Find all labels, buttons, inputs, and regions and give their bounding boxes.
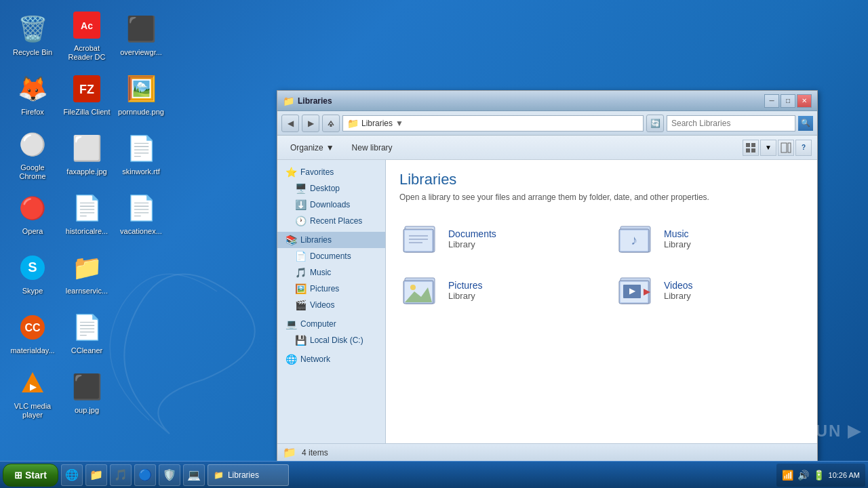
desktop-icon-opera[interactable]: 🔴 Opera bbox=[5, 184, 60, 244]
sidebar-item-computer[interactable]: 💻 Computer bbox=[277, 316, 385, 332]
desktop-icon-learnservic[interactable]: 📁 learnservic... bbox=[60, 244, 114, 304]
desktop-icon-firefox[interactable]: 🦊 Firefox bbox=[5, 65, 60, 125]
sidebar-item-favorites[interactable]: ⭐ Favorites bbox=[277, 164, 385, 180]
search-input[interactable] bbox=[671, 119, 791, 128]
start-orb: ⊞ bbox=[14, 470, 22, 481]
taskbar-shield-button[interactable]: 🛡️ bbox=[159, 464, 180, 486]
refresh-button[interactable]: 🔄 bbox=[646, 115, 664, 132]
firefox-label: Firefox bbox=[21, 108, 44, 117]
address-path[interactable]: 📁 Libraries ▼ bbox=[342, 115, 644, 131]
taskbar-media-button[interactable]: 🎵 bbox=[110, 464, 132, 486]
taskbar-ie-button[interactable]: 🌐 bbox=[61, 464, 83, 486]
taskbar-explorer-button[interactable]: 📁 bbox=[85, 464, 107, 486]
acrobat-label: Acrobat Reader DC bbox=[62, 44, 111, 62]
desktop-icon-faxapple[interactable]: ⬜ faxapple.jpg bbox=[60, 125, 114, 184]
sidebar-item-network[interactable]: 🌐 Network bbox=[277, 351, 385, 367]
music-nav-icon: 🎵 bbox=[295, 267, 307, 278]
change-view-button[interactable] bbox=[743, 140, 759, 156]
svg-rect-13 bbox=[746, 148, 750, 152]
status-folder-icon: 📁 bbox=[283, 446, 296, 459]
acrobat-icon: Ac bbox=[71, 9, 103, 41]
new-library-button[interactable]: New library bbox=[344, 138, 400, 157]
sidebar: ⭐ Favorites 🖥️ Desktop ⬇️ Downloads 🕐 Re… bbox=[277, 160, 386, 443]
vacationex-icon: 📄 bbox=[125, 192, 157, 224]
taskbar-computer-button[interactable]: 💻 bbox=[183, 464, 205, 486]
help-icon: ? bbox=[802, 144, 806, 151]
recycle-bin-icon: 🗑️ bbox=[16, 13, 49, 45]
desktop-icon-skinwork[interactable]: 📄 skinwork.rtf bbox=[114, 125, 168, 184]
svg-rect-20 bbox=[405, 230, 432, 251]
computer-nav-label: Computer bbox=[300, 319, 336, 329]
sidebar-item-pictures[interactable]: 🖼️ Pictures bbox=[277, 281, 385, 297]
tray-battery-icon: 🔋 bbox=[813, 470, 825, 481]
tray-network-icon: 📶 bbox=[782, 470, 793, 481]
sidebar-item-videos[interactable]: 🎬 Videos bbox=[277, 297, 385, 313]
desktop-icon-historicalre[interactable]: 📄 historicalre... bbox=[60, 184, 114, 244]
title-bar[interactable]: 📁 Libraries ─ □ ✕ bbox=[277, 91, 817, 111]
desktop-icon-recycle-bin[interactable]: 🗑️ Recycle Bin bbox=[5, 5, 60, 65]
address-folder-icon: 📁 bbox=[347, 118, 359, 129]
desktop-icon-filezilla[interactable]: FZ FileZilla Client bbox=[60, 65, 114, 125]
title-bar-buttons: ─ □ ✕ bbox=[764, 94, 812, 108]
back-button[interactable]: ◀ bbox=[281, 115, 299, 132]
search-button[interactable]: 🔍 bbox=[798, 116, 813, 131]
desktop-icon-pornnude[interactable]: 🖼️ pornnude.png bbox=[114, 65, 168, 125]
skype-icon: S bbox=[16, 251, 49, 284]
pictures-nav-icon: 🖼️ bbox=[295, 283, 307, 294]
documents-lib-name: Documents bbox=[448, 228, 496, 239]
desktop-icon-vacationex[interactable]: 📄 vacationex... bbox=[114, 184, 168, 244]
sidebar-item-recent-places[interactable]: 🕐 Recent Places bbox=[277, 213, 385, 229]
svg-text:Ac: Ac bbox=[81, 20, 93, 31]
forward-button[interactable]: ▶ bbox=[302, 115, 319, 132]
sidebar-item-desktop[interactable]: 🖥️ Desktop bbox=[277, 180, 385, 197]
desktop-icon-ccleaner[interactable]: CC materialday... bbox=[5, 304, 60, 363]
help-button[interactable]: ? bbox=[795, 140, 812, 156]
network-nav-icon: 🌐 bbox=[285, 354, 297, 365]
videos-nav-icon: 🎬 bbox=[295, 300, 307, 310]
desktop-icon-overview[interactable]: ⬛ overviewgr... bbox=[114, 5, 168, 65]
desktop-icon-acrobat[interactable]: Ac Acrobat Reader DC bbox=[60, 5, 114, 65]
learnservic-label: learnservic... bbox=[66, 287, 108, 296]
sidebar-libraries-section: 📚 Libraries 📄 Documents 🎵 Music 🖼️ Pictu… bbox=[277, 232, 385, 313]
desktop-icon-skype[interactable]: S Skype bbox=[5, 244, 60, 304]
recent-places-label: Recent Places bbox=[310, 216, 362, 226]
music-library-icon: ♪ bbox=[618, 221, 656, 256]
tray-volume-icon: 🔊 bbox=[797, 470, 809, 481]
main-content: Libraries Open a library to see your fil… bbox=[386, 160, 817, 443]
music-library-text: Music Library bbox=[664, 228, 691, 249]
videos-nav-label: Videos bbox=[310, 300, 334, 310]
maximize-button[interactable]: □ bbox=[781, 94, 795, 108]
explorer-window: 📁 Libraries ─ □ ✕ ◀ ▶ 📁 Libraries ▼ 🔄 🔍 … bbox=[277, 90, 818, 462]
organize-button[interactable]: Organize ▼ bbox=[283, 138, 342, 157]
library-item-music[interactable]: ♪ Music Library bbox=[615, 218, 804, 259]
materialday-label: CCleaner bbox=[71, 346, 102, 355]
view-dropdown-button[interactable]: ▼ bbox=[760, 140, 776, 156]
toolbar: Organize ▼ New library ▼ ? bbox=[277, 136, 817, 160]
start-button[interactable]: ⊞ Start bbox=[3, 464, 58, 487]
organize-arrow: ▼ bbox=[326, 143, 334, 152]
library-item-documents[interactable]: Documents Library bbox=[399, 218, 588, 259]
desktop-icon-materialday[interactable]: 📄 CCleaner bbox=[60, 304, 114, 363]
library-item-pictures[interactable]: Pictures Library bbox=[399, 270, 588, 310]
oup-icon: ⬛ bbox=[71, 371, 103, 403]
taskbar-libraries-app[interactable]: 📁 Libraries bbox=[208, 464, 289, 486]
window-title: Libraries bbox=[298, 96, 764, 106]
sidebar-item-music[interactable]: 🎵 Music bbox=[277, 264, 385, 281]
sidebar-item-documents[interactable]: 📄 Documents bbox=[277, 248, 385, 264]
sidebar-item-downloads[interactable]: ⬇️ Downloads bbox=[277, 197, 385, 213]
desktop-icon-oup[interactable]: ⬛ oup.jpg bbox=[60, 363, 114, 423]
desktop-icon-vlc[interactable]: ▶ VLC media player bbox=[5, 363, 60, 423]
pictures-lib-name: Pictures bbox=[448, 280, 483, 291]
favorites-label: Favorites bbox=[300, 167, 334, 177]
desktop-icons-area: 🗑️ Recycle Bin 🦊 Firefox ⚪ Google Chrome… bbox=[0, 0, 271, 461]
up-button[interactable] bbox=[322, 115, 340, 132]
taskbar-chrome-button[interactable]: 🔵 bbox=[134, 464, 156, 486]
svg-text:S: S bbox=[28, 260, 37, 274]
minimize-button[interactable]: ─ bbox=[764, 94, 779, 108]
close-button[interactable]: ✕ bbox=[797, 94, 812, 108]
desktop-icon-chrome[interactable]: ⚪ Google Chrome bbox=[5, 125, 60, 184]
sidebar-item-local-disk[interactable]: 💾 Local Disk (C:) bbox=[277, 332, 385, 348]
library-item-videos[interactable]: ▶ Videos Library bbox=[615, 270, 804, 310]
preview-button[interactable] bbox=[778, 140, 794, 156]
sidebar-item-libraries[interactable]: 📚 Libraries bbox=[277, 232, 385, 248]
